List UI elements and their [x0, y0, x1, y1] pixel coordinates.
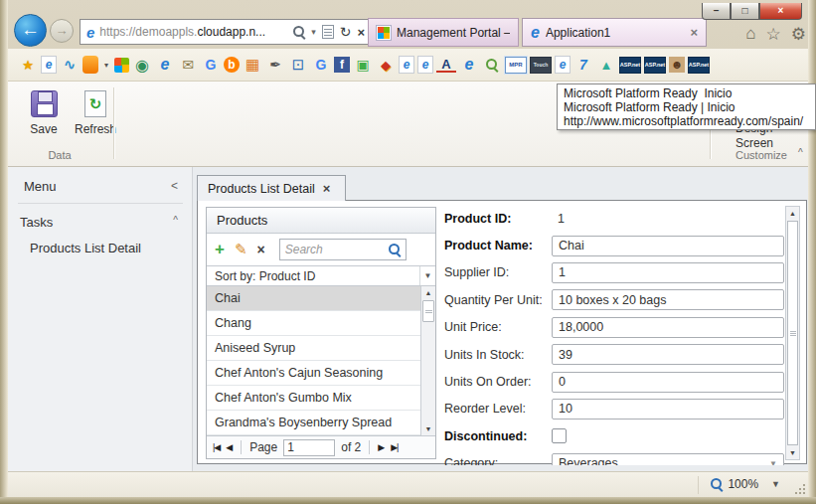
previous-page-button[interactable]: ◀	[226, 442, 233, 452]
resize-grip[interactable]	[793, 482, 805, 494]
list-scrollbar[interactable]: ▲ ▼	[420, 286, 435, 435]
form-scroll-down-icon[interactable]: ▼	[786, 446, 799, 459]
browser-tab-management-portal[interactable]: Management Portal – Wi...	[368, 18, 519, 47]
touch-icon[interactable]: Touch	[530, 57, 552, 74]
swirl-icon[interactable]: ∿	[60, 55, 80, 75]
list-item-gumbo-mix[interactable]: Chef Anton's Gumbo Mix	[207, 386, 420, 411]
seven-swoosh-icon[interactable]: 7	[573, 55, 593, 75]
edit-pencil-icon[interactable]: ✎	[235, 241, 247, 258]
tasks-section-label[interactable]: Tasks	[20, 215, 53, 230]
close-button[interactable]: ×	[759, 3, 802, 20]
lamp-icon[interactable]	[82, 56, 98, 74]
browser-tab-application1[interactable]: e Application1 ×	[522, 18, 707, 47]
aspnet-icon[interactable]: ASP.net	[619, 57, 641, 74]
ie-icon[interactable]: e	[155, 55, 175, 75]
zoom-control[interactable]: 100% ▼	[711, 477, 780, 491]
facebook-icon[interactable]: f	[334, 57, 350, 73]
layers-icon[interactable]: ▣	[353, 55, 373, 75]
sort-caret-icon[interactable]: ▼	[419, 266, 435, 285]
list-item-aniseed-syrup[interactable]: Aniseed Syrup	[207, 336, 420, 361]
sort-dropdown[interactable]: Sort by: Product ID ▼	[207, 265, 435, 286]
scroll-down-icon[interactable]: ▼	[421, 422, 435, 435]
compatibility-view-icon[interactable]	[322, 25, 334, 39]
reorder-level-field[interactable]	[552, 399, 784, 420]
favorites-star-icon[interactable]: ☆	[766, 24, 781, 45]
form-scroll-up-icon[interactable]: ▲	[786, 207, 799, 220]
search-magnifier-icon[interactable]	[389, 244, 401, 255]
last-page-button[interactable]: ▶|	[391, 442, 398, 452]
screen-tab-products-list-detail[interactable]: Products List Detail ×	[197, 175, 346, 201]
ie-page-icon-3[interactable]: e	[417, 56, 433, 74]
minimize-button[interactable]: –	[702, 3, 731, 20]
add-icon[interactable]: +	[215, 240, 225, 259]
search-icon[interactable]	[293, 26, 305, 38]
menu-item-products-list-detail[interactable]: Products List Detail	[30, 241, 141, 255]
aspnet-icon-2[interactable]: ASP.net	[644, 57, 666, 74]
back-button[interactable]: ←	[14, 14, 47, 47]
units-on-order-field[interactable]	[552, 372, 784, 393]
quantity-per-unit-field[interactable]	[552, 289, 784, 310]
menu-collapse-icon[interactable]: <	[171, 179, 178, 193]
windows-flag-icon[interactable]	[114, 58, 129, 73]
quill-icon[interactable]: ✒	[265, 55, 285, 75]
search-input[interactable]	[285, 243, 389, 256]
url-text[interactable]: https://demoappls.cloudapp.n...	[99, 25, 293, 39]
tools-gear-icon[interactable]: ⚙	[791, 24, 806, 45]
tab-close-icon[interactable]: ×	[690, 25, 698, 40]
page-number-input[interactable]	[283, 439, 335, 456]
form-scrollbar-thumb[interactable]	[787, 221, 798, 445]
key-search-icon[interactable]	[482, 55, 502, 75]
refresh-icon[interactable]: ↻	[340, 24, 352, 40]
next-page-button[interactable]: ▶	[378, 442, 385, 452]
unit-price-field[interactable]	[552, 317, 784, 338]
ie-page-icon[interactable]: e	[41, 56, 57, 74]
address-dropdown-caret-icon[interactable]: ▾	[311, 27, 316, 37]
zoom-caret-icon[interactable]: ▼	[771, 479, 780, 489]
supplier-id-field[interactable]	[552, 262, 784, 283]
ie-page-icon-4[interactable]: e	[555, 56, 571, 74]
list-item-chai[interactable]: Chai	[207, 286, 420, 311]
list-item-boysenberry-spread[interactable]: Grandma's Boysenberry Spread	[207, 411, 420, 435]
delete-icon[interactable]: ×	[257, 242, 265, 257]
maximize-button[interactable]: □	[731, 3, 759, 20]
screen-tab-close-icon[interactable]: ×	[323, 181, 331, 196]
lamp-dropdown-caret-icon[interactable]: ▾	[101, 55, 111, 75]
ribbon-collapse-icon[interactable]: ^	[798, 147, 803, 158]
mail-icon[interactable]: ✉	[178, 55, 198, 75]
google-icon[interactable]: G	[201, 55, 221, 75]
mpr-icon[interactable]: MPR	[505, 57, 527, 74]
address-bar[interactable]: e https://demoappls.cloudapp.n... ▾ ↻ ×	[80, 19, 370, 45]
search-box[interactable]	[279, 239, 407, 260]
tasks-collapse-icon[interactable]: ^	[173, 215, 178, 226]
ie-icon-2[interactable]: e	[459, 55, 479, 75]
shield-icon[interactable]: ◆	[376, 55, 396, 75]
scroll-up-icon[interactable]: ▲	[421, 286, 435, 299]
first-page-button[interactable]: |◀	[213, 442, 220, 452]
list-item-cajun-seasoning[interactable]: Chef Anton's Cajun Seasoning	[207, 361, 420, 386]
save-button[interactable]: Save	[18, 87, 70, 147]
list-item-chang[interactable]: Chang	[207, 311, 420, 336]
category-value: Beverages	[559, 456, 618, 465]
form-scrollbar[interactable]: ▲ ▼	[785, 206, 800, 460]
translate-icon[interactable]: A	[436, 57, 456, 73]
stop-icon[interactable]: ×	[357, 25, 365, 40]
ie-page-icon-2[interactable]: e	[399, 56, 414, 74]
blogger-icon[interactable]: b	[224, 57, 240, 73]
discontinued-checkbox[interactable]	[552, 428, 567, 443]
forward-button[interactable]: →	[50, 19, 74, 43]
inbox-icon[interactable]: ⊡	[288, 55, 308, 75]
design-screen-button-line2[interactable]: Screen	[735, 136, 773, 150]
aspnet-icon-3[interactable]: ASP.net	[688, 57, 710, 74]
google-icon-2[interactable]: G	[311, 55, 331, 75]
category-dropdown[interactable]: Beverages ▼	[552, 453, 784, 465]
globe-icon[interactable]: ◉	[132, 55, 152, 75]
product-name-field[interactable]	[552, 236, 784, 256]
add-favorite-icon[interactable]: ★	[18, 55, 38, 75]
green-shape-icon[interactable]: ▲	[596, 55, 616, 75]
scrollbar-thumb[interactable]	[422, 300, 434, 322]
office-icon[interactable]: ▦	[243, 55, 262, 75]
person-icon[interactable]: ☻	[669, 57, 685, 73]
home-icon[interactable]: ⌂	[745, 24, 755, 45]
zoom-magnifier-icon[interactable]	[711, 478, 723, 490]
units-in-stock-field[interactable]	[552, 344, 784, 365]
